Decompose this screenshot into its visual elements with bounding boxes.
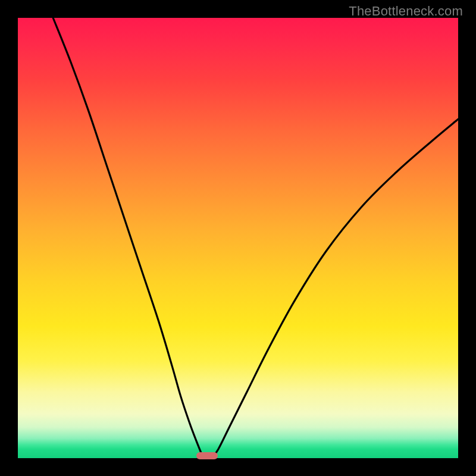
curve-left-arm [53,18,203,458]
brand-watermark: TheBottleneck.com [349,4,463,19]
bottleneck-curve [18,18,458,458]
optimum-marker [196,452,218,459]
bottleneck-plot [18,18,458,458]
chart-frame: TheBottleneck.com [0,0,476,476]
curve-right-arm [212,119,458,458]
